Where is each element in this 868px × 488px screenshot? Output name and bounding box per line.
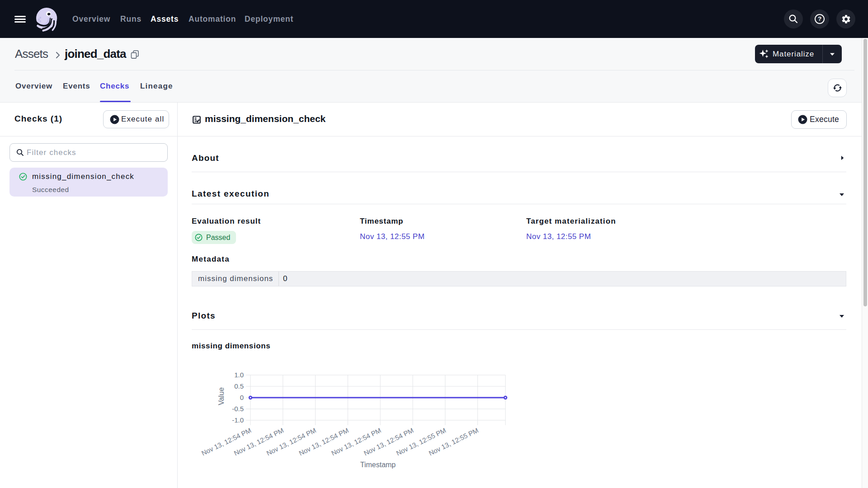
svg-text:Timestamp: Timestamp: [360, 461, 396, 469]
svg-text:?: ?: [818, 15, 821, 22]
svg-text:0: 0: [240, 394, 244, 401]
svg-text:-1.0: -1.0: [232, 416, 244, 424]
svg-text:-0.5: -0.5: [232, 405, 244, 413]
svg-text:1.0: 1.0: [234, 371, 244, 379]
svg-text:0.5: 0.5: [234, 382, 244, 390]
svg-text:Value: Value: [217, 387, 225, 405]
